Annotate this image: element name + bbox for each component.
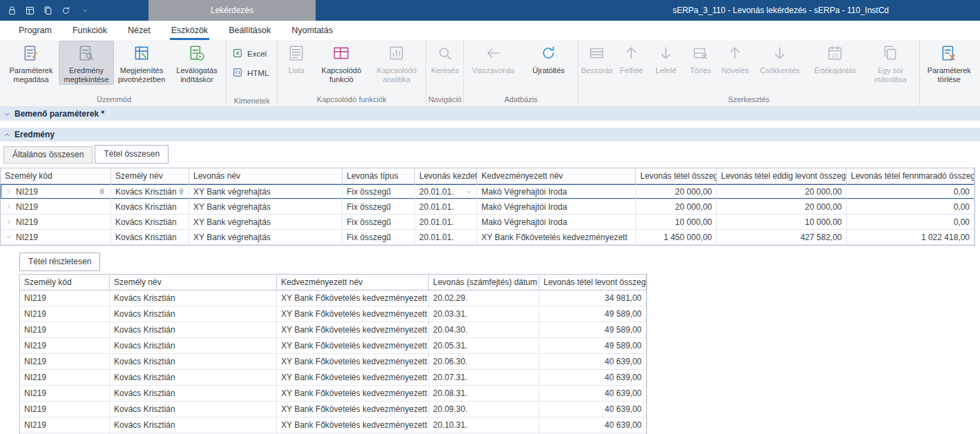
column-header-kedvezmenyezett-nev[interactable]: Kedvezményezett név	[277, 275, 429, 290]
cell-szemely-nev[interactable]: Kovács Krisztián	[110, 386, 277, 401]
cell-fennmarado[interactable]: 0,00	[847, 184, 974, 199]
table-row[interactable]: NI219Kovács KrisztiánXY Bank végrehajtás…	[1, 184, 974, 199]
table-row[interactable]: NI219Kovács KrisztiánXY Bank Főkövetelés…	[20, 354, 646, 370]
cell-levonas-tipus[interactable]: Fix összegű	[343, 184, 415, 199]
html-button[interactable]: HTML	[228, 65, 276, 81]
cell-szemely-kod[interactable]: NI219	[20, 322, 110, 337]
caret-down-icon[interactable]	[81, 7, 88, 14]
table-row[interactable]: NI219Kovács KrisztiánXY Bank végrehajtás…	[1, 199, 974, 215]
cell-szemely-nev[interactable]: Kovács Krisztián	[110, 354, 277, 369]
cell-szemely-kod[interactable]: NI219	[1, 184, 111, 199]
menu-item-eszkozok[interactable]: Eszközök	[170, 21, 210, 40]
cell-datum[interactable]: 20.08.31.	[429, 386, 539, 401]
cell-eddig-levont[interactable]: 20 000,00	[717, 184, 847, 199]
table-row[interactable]: NI219Kovács KrisztiánXY Bank Főkövetelés…	[20, 290, 646, 306]
cell-levonas-nev[interactable]: XY Bank végrehajtás	[189, 230, 343, 244]
menu-item-program[interactable]: Program	[17, 21, 53, 40]
section-bemeno-parameterek[interactable]: Bemenő paraméterek *	[0, 107, 980, 121]
eredmeny-megtekintese-button[interactable]: Eredmény megtekintése	[59, 41, 114, 85]
cell-levont-osszeg[interactable]: 40 639,00	[539, 402, 646, 417]
column-header-szemely-kod[interactable]: Személy kód	[20, 275, 110, 290]
cell-kedvezmenyezett-nev[interactable]: XY Bank Főkövetelés kedvezményezett	[277, 338, 429, 353]
cell-levonas-kezdet[interactable]: 20.01.01.	[415, 184, 477, 199]
column-header-levonas-tetel-levont-osszeg[interactable]: Levonás tétel levont összeg	[539, 275, 646, 290]
cell-datum[interactable]: 20.06.30.	[429, 354, 539, 369]
cell-tetel-osszeg[interactable]: 1 450 000,00	[636, 230, 717, 244]
cell-datum[interactable]: 20.03.31.	[429, 306, 539, 322]
cell-kedvezmenyezett-nev[interactable]: XY Bank Főkövetelés kedvezményezett	[277, 290, 429, 306]
megjelenites-pivotnezetben-button[interactable]: Megjelenítés pivotnézetben	[114, 41, 169, 85]
cell-levonas-tipus[interactable]: Fix összegű	[343, 199, 415, 214]
cell-levont-osszeg[interactable]: 49 589,00	[539, 322, 646, 337]
cell-szemely-nev[interactable]: Kovács Krisztián	[110, 417, 277, 433]
chevron-right-icon[interactable]	[5, 203, 12, 210]
cell-levonas-kezdet[interactable]: 20.01.01.	[415, 215, 477, 229]
cell-szemely-nev[interactable]: Kovács Krisztián	[111, 230, 189, 244]
layout-icon[interactable]	[25, 6, 35, 16]
excel-button[interactable]: Excel	[228, 46, 276, 62]
table-row[interactable]: NI219Kovács KrisztiánXY Bank végrehajtás…	[1, 230, 974, 245]
parameterek-megadasa-button[interactable]: Paraméterek megadása	[3, 41, 59, 85]
ujratoltes-button[interactable]: Újratöltés	[521, 41, 576, 76]
kapcsolodo-funkcio-button[interactable]: Kapcsolódó funkció	[314, 41, 369, 85]
cell-levonas-nev[interactable]: XY Bank végrehajtás	[189, 184, 343, 199]
cell-kedvezmenyezett-nev[interactable]: XY Bank Főkövetelés kedvezményezett	[477, 230, 636, 244]
cell-datum[interactable]: 20.02.29.	[429, 290, 539, 306]
cell-eddig-levont[interactable]: 20 000,00	[717, 199, 847, 214]
cell-szemely-kod[interactable]: NI219	[20, 370, 110, 385]
cell-szemely-nev[interactable]: Kovács Krisztián	[111, 199, 189, 214]
cell-levont-osszeg[interactable]: 40 639,00	[539, 370, 646, 385]
table-row[interactable]: NI219Kovács KrisztiánXY Bank Főkövetelés…	[20, 402, 646, 417]
cell-kedvezmenyezett-nev[interactable]: XY Bank Főkövetelés kedvezményezett	[277, 354, 429, 369]
cell-kedvezmenyezett-nev[interactable]: XY Bank Főkövetelés kedvezményezett	[277, 386, 429, 401]
cell-levont-osszeg[interactable]: 40 639,00	[539, 354, 646, 369]
cell-szemely-nev[interactable]: Kovács Krisztián	[110, 322, 277, 337]
cell-kedvezmenyezett-nev[interactable]: XY Bank Főkövetelés kedvezményezett	[277, 306, 429, 322]
table-row[interactable]: NI219Kovács KrisztiánXY Bank Főkövetelés…	[20, 306, 646, 322]
cell-fennmarado[interactable]: 0,00	[847, 199, 974, 214]
column-header-levonas-szamfejtes-datum[interactable]: Levonás (számfejtés) dátum	[429, 275, 539, 290]
cell-eddig-levont[interactable]: 10 000,00	[717, 215, 847, 229]
cell-levont-osszeg[interactable]: 34 981,00	[539, 290, 646, 306]
cell-kedvezmenyezett-nev[interactable]: Makó Végrehajtói Iroda	[477, 199, 636, 214]
attachment-icon[interactable]	[177, 187, 186, 196]
cell-szemely-nev[interactable]: Kovács Krisztián	[110, 370, 277, 385]
cell-fennmarado[interactable]: 1 022 418,00	[847, 230, 974, 244]
cell-szemely-nev[interactable]: Kovács Krisztián	[111, 184, 189, 199]
cell-datum[interactable]: 20.10.31.	[429, 417, 539, 433]
column-header-levonas-tipus[interactable]: Levonás típus	[343, 168, 415, 184]
cell-levonas-nev[interactable]: XY Bank végrehajtás	[189, 199, 343, 214]
cell-datum[interactable]: 20.09.30.	[429, 402, 539, 417]
cell-kedvezmenyezett-nev[interactable]: Makó Végrehajtói Iroda	[477, 184, 636, 199]
cell-szemely-kod[interactable]: NI219	[1, 230, 111, 244]
section-eredmeny[interactable]: Eredmény	[0, 128, 980, 141]
cell-szemely-kod[interactable]: NI219	[1, 199, 111, 214]
column-header-levonas-tetel-osszeg[interactable]: Levonás tétel összeg	[636, 168, 717, 184]
cell-szemely-kod[interactable]: NI219	[20, 290, 110, 306]
column-header-kedvezmenyezett-nev[interactable]: Kedvezményezett név	[477, 168, 636, 184]
cell-datum[interactable]: 20.04.30.	[429, 322, 539, 337]
menu-item-nyomtatas[interactable]: Nyomtatás	[290, 21, 334, 40]
table-row[interactable]: NI219Kovács KrisztiánXY Bank Főkövetelés…	[20, 338, 646, 354]
tab-tetel-reszletesen[interactable]: Tétel részletesen	[19, 253, 100, 271]
cell-szemely-kod[interactable]: NI219	[20, 386, 110, 401]
cell-levont-osszeg[interactable]: 49 589,00	[539, 338, 646, 353]
menu-item-nezet[interactable]: Nézet	[126, 21, 152, 40]
cell-szemely-nev[interactable]: Kovács Krisztián	[110, 290, 277, 306]
cell-szemely-kod[interactable]: NI219	[20, 306, 110, 322]
cell-kedvezmenyezett-nev[interactable]: XY Bank Főkövetelés kedvezményezett	[277, 370, 429, 385]
table-row[interactable]: NI219Kovács KrisztiánXY Bank Főkövetelés…	[20, 386, 646, 402]
cell-szemely-nev[interactable]: Kovács Krisztián	[110, 306, 277, 322]
cell-szemely-kod[interactable]: NI219	[20, 417, 110, 433]
tab-tetel-osszesen[interactable]: Tétel összesen	[95, 145, 169, 164]
cell-levonas-tipus[interactable]: Fix összegű	[343, 215, 415, 229]
cell-kedvezmenyezett-nev[interactable]: XY Bank Főkövetelés kedvezményezett	[277, 402, 429, 417]
refresh-icon[interactable]	[61, 6, 71, 16]
cell-levonas-tipus[interactable]: Fix összegű	[343, 230, 415, 244]
cell-eddig-levont[interactable]: 427 582,00	[717, 230, 847, 244]
column-header-szemely-nev[interactable]: Személy név	[110, 275, 277, 290]
levalogatas-inditaskor-button[interactable]: Leválogatás indításkor	[169, 41, 224, 85]
date-dropdown-icon[interactable]	[465, 188, 472, 195]
cell-kedvezmenyezett-nev[interactable]: Makó Végrehajtói Iroda	[477, 215, 636, 229]
table-row[interactable]: NI219Kovács KrisztiánXY Bank Főkövetelés…	[20, 322, 646, 338]
